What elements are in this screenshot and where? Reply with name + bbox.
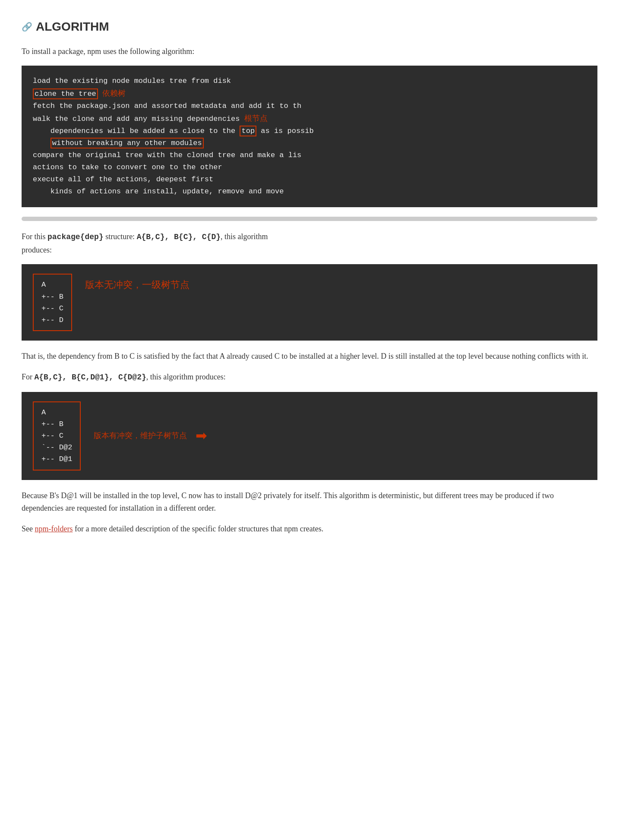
code-line-2: clone the tree 依赖树: [33, 87, 586, 100]
tree-block-2: A +-- B +-- C `-- D@2 +-- D@1 版本有冲突，维护子树…: [22, 392, 597, 480]
highlight-clone-tree: clone the tree: [33, 88, 98, 99]
tree2-line-c: +-- C: [41, 430, 72, 442]
tree-outline-1: A +-- B +-- C +-- D: [33, 274, 72, 331]
paragraph-1: For this package{dep} structure: A{B,C},…: [22, 231, 597, 256]
annotation-root-node: 根节点: [244, 114, 268, 123]
tree-line-d: +-- D: [41, 314, 63, 326]
page-title: 🔗 ALGORITHM: [22, 17, 597, 37]
paragraph-3: For A{B,C}, B{C,D@1}, C{D@2}, this algor…: [22, 371, 597, 384]
highlight-top: top: [240, 126, 256, 136]
tree-block-1: A +-- B +-- C +-- D 版本无冲突，一级树节点: [22, 264, 597, 341]
arrow-right-icon: ➡: [196, 425, 207, 447]
package-dep-code: package{dep}: [47, 233, 104, 241]
algorithm-code-block: load the existing node modules tree from…: [22, 66, 597, 207]
tree-line-a: A: [41, 279, 63, 291]
tree-2-annotation-container: 版本有冲突，维护子树节点 ➡: [94, 425, 207, 447]
code-line-3: fetch the package.json and assorted meta…: [33, 100, 586, 112]
link-icon: 🔗: [22, 20, 32, 34]
code-line-6: without breaking any other modules: [33, 137, 586, 149]
code-line-1: load the existing node modules tree from…: [33, 75, 586, 87]
tree2-line-b: +-- B: [41, 418, 72, 430]
paragraph-2: That is, the dependency from B to C is s…: [22, 350, 597, 363]
tree-1-annotation: 版本无冲突，一级树节点: [85, 277, 189, 292]
code-line-7: compare the original tree with the clone…: [33, 149, 586, 161]
code-line-8: actions to take to convert one to the ot…: [33, 161, 586, 174]
tree2-line-d2: `-- D@2: [41, 442, 72, 453]
paragraph-5: See npm-folders for a more detailed desc…: [22, 523, 597, 536]
structure-1-code: A{B,C}, B{C}, C{D}: [137, 233, 221, 241]
code-line-9: execute all of the actions, deepest firs…: [33, 174, 586, 186]
code-line-4: walk the clone and add any missing depen…: [33, 112, 586, 125]
tree2-line-a: A: [41, 407, 72, 418]
intro-paragraph: To install a package, npm uses the follo…: [22, 45, 597, 58]
npm-folders-link[interactable]: npm-folders: [35, 524, 73, 533]
tree-outline-2: A +-- B +-- C `-- D@2 +-- D@1: [33, 401, 81, 471]
structure-2-code: A{B,C}, B{C,D@1}, C{D@2}: [35, 373, 146, 382]
tree-line-b: +-- B: [41, 291, 63, 303]
highlight-no-break: without breaking any other modules: [51, 138, 204, 148]
code-block-scrollbar[interactable]: [22, 217, 597, 221]
paragraph-4: Because B's D@1 will be installed in the…: [22, 489, 597, 515]
code-line-5: dependencies will be added as close to t…: [33, 125, 586, 137]
tree-line-c: +-- C: [41, 303, 63, 314]
annotation-dependency-tree: 依赖树: [102, 89, 126, 98]
tree-2-annotation-text: 版本有冲突，维护子树节点: [94, 429, 187, 442]
title-text: ALGORITHM: [36, 17, 109, 37]
tree2-line-d1: +-- D@1: [41, 453, 72, 465]
code-line-10: kinds of actions are install, update, re…: [33, 186, 586, 198]
